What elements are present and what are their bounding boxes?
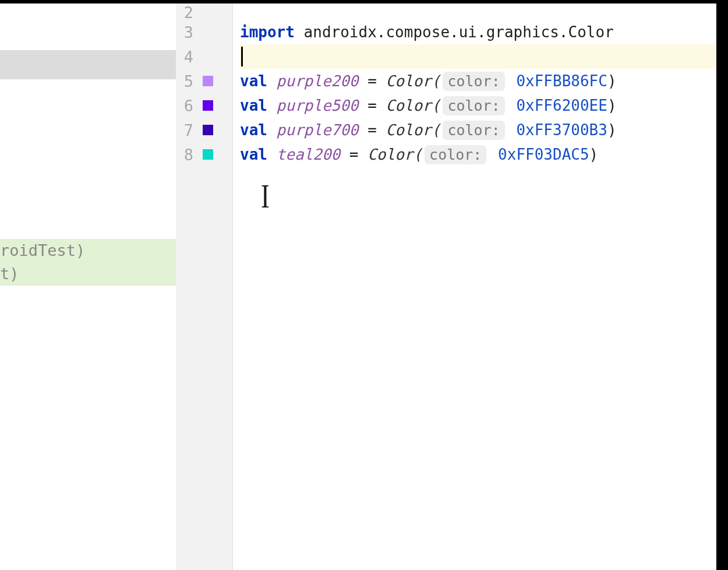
equals: =: [340, 146, 367, 163]
code-line-3[interactable]: import androidx.compose.ui.graphics.Colo…: [240, 20, 728, 44]
code-editor[interactable]: import androidx.compose.ui.graphics.Colo…: [233, 3, 728, 570]
keyword-val: val: [240, 97, 267, 114]
paren-close: ): [607, 97, 617, 114]
code-line-6[interactable]: val purple500 = Color(color: 0xFF6200EE): [240, 93, 728, 118]
code-line-8[interactable]: val teal200 = Color(color: 0xFF03DAC5): [240, 142, 728, 167]
color-swatch-icon[interactable]: [203, 125, 213, 135]
sidebar-scroll-highlight: [0, 50, 176, 79]
gutter-row-3[interactable]: 3: [176, 20, 232, 44]
gutter-row-5[interactable]: 5: [176, 69, 232, 93]
parameter-hint: color:: [443, 96, 504, 115]
gutter-row-6[interactable]: 6: [176, 93, 232, 118]
sidebar-item-androidtest[interactable]: roidTest): [0, 239, 176, 262]
identifier: purple200: [267, 72, 359, 90]
gutter[interactable]: 2 3 4 5 6 7 8: [176, 3, 233, 570]
function-call: Color: [367, 146, 413, 163]
function-call: Color: [386, 97, 431, 114]
hex-literal: 0xFF6200EE: [507, 97, 607, 114]
paren-open: (: [432, 121, 441, 139]
paren-open: (: [432, 72, 441, 90]
line-number: 4: [182, 48, 193, 66]
parameter-hint: color:: [443, 72, 504, 91]
color-swatch-icon[interactable]: [203, 100, 213, 111]
code-line-7[interactable]: val purple700 = Color(color: 0xFF3700B3): [240, 118, 728, 142]
equals: =: [359, 72, 386, 90]
hex-literal: 0xFF3700B3: [507, 121, 607, 139]
code-line-4-current[interactable]: [240, 44, 728, 69]
paren-open: (: [432, 97, 441, 114]
keyword-val: val: [240, 72, 267, 90]
gutter-row-7[interactable]: 7: [176, 118, 232, 142]
color-swatch-icon[interactable]: [203, 76, 213, 86]
line-number: 2: [182, 3, 193, 22]
parameter-hint: color:: [425, 145, 486, 164]
import-path: androidx.compose.ui.graphics.Color: [295, 23, 614, 41]
equals: =: [359, 121, 386, 139]
sidebar-item-test[interactable]: t): [0, 262, 176, 286]
line-number: 7: [182, 121, 193, 139]
identifier: teal200: [267, 146, 340, 163]
equals: =: [359, 97, 386, 114]
gutter-row-4[interactable]: 4: [176, 44, 232, 69]
color-swatch-icon[interactable]: [203, 149, 213, 160]
function-call: Color: [386, 72, 431, 90]
text-cursor-icon: I: [261, 177, 270, 216]
line-number: 3: [182, 23, 193, 41]
gutter-row-8[interactable]: 8: [176, 142, 232, 167]
line-number: 5: [182, 72, 193, 90]
paren-close: ): [607, 72, 617, 90]
function-call: Color: [386, 121, 431, 139]
paren-open: (: [413, 146, 422, 163]
code-line-5[interactable]: val purple200 = Color(color: 0xFFBB86FC): [240, 69, 728, 93]
keyword-val: val: [240, 146, 267, 163]
line-number: 6: [182, 97, 193, 115]
text-caret: [241, 47, 243, 66]
parameter-hint: color:: [443, 121, 504, 140]
paren-close: ): [589, 146, 599, 163]
line-number: 8: [182, 146, 193, 164]
code-line-2[interactable]: [240, 3, 728, 20]
keyword-val: val: [240, 121, 267, 139]
gutter-row-2[interactable]: 2: [176, 3, 232, 20]
hex-literal: 0xFFBB86FC: [507, 72, 607, 90]
keyword-import: import: [240, 23, 295, 41]
right-window-border: [716, 3, 728, 570]
hex-literal: 0xFF03DAC5: [489, 146, 589, 163]
paren-close: ): [607, 121, 617, 139]
sidebar-test-items[interactable]: roidTest) t): [0, 239, 176, 286]
editor-layout: roidTest) t) 2 3 4 5 6 7 8: [0, 3, 728, 570]
identifier: purple500: [267, 97, 359, 114]
identifier: purple700: [267, 121, 359, 139]
left-panel[interactable]: roidTest) t): [0, 3, 176, 570]
